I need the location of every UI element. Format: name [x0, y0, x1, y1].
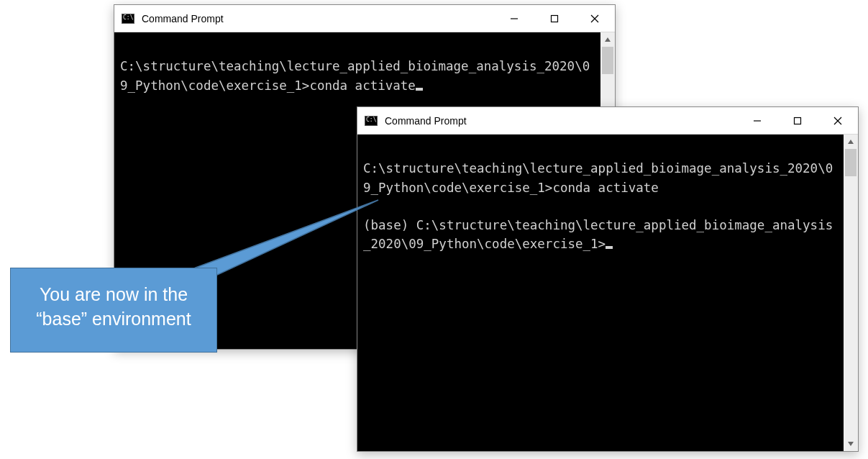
callout-text: You are now in the “base” environment	[36, 284, 191, 329]
annotation-callout: You are now in the “base” environment	[10, 268, 217, 353]
cursor	[416, 88, 423, 91]
scroll-up-button[interactable]	[600, 32, 615, 47]
cmd-icon	[122, 14, 134, 24]
svg-rect-7	[795, 117, 801, 124]
window-title: Command Prompt	[385, 115, 467, 127]
titlebar[interactable]: Command Prompt	[357, 107, 858, 135]
cursor	[606, 246, 613, 249]
command-prompt-window-2: Command Prompt C:\structure\teaching\lec…	[357, 106, 859, 452]
prompt-line: C:\structure\teaching\lecture_applied_bi…	[120, 59, 590, 92]
titlebar[interactable]: Command Prompt	[114, 5, 615, 32]
scroll-down-button[interactable]	[844, 437, 858, 451]
scroll-track[interactable]	[844, 149, 858, 437]
minimize-button[interactable]	[494, 5, 534, 32]
terminal-output[interactable]: C:\structure\teaching\lecture_applied_bi…	[357, 135, 844, 451]
callout-pointer	[186, 196, 401, 282]
minimize-button[interactable]	[737, 107, 777, 135]
scroll-thumb[interactable]	[845, 149, 856, 176]
close-button[interactable]	[818, 107, 858, 135]
svg-marker-4	[605, 37, 611, 42]
scrollbar[interactable]	[844, 135, 858, 451]
maximize-button[interactable]	[777, 107, 818, 135]
svg-marker-12	[196, 200, 378, 276]
svg-marker-11	[848, 442, 854, 446]
scroll-thumb[interactable]	[602, 47, 613, 74]
maximize-button[interactable]	[534, 5, 575, 32]
prompt-line-2: (base) C:\structure\teaching\lecture_app…	[363, 218, 833, 251]
close-button[interactable]	[575, 5, 615, 32]
svg-rect-1	[552, 15, 558, 22]
svg-marker-10	[848, 140, 854, 144]
cmd-icon	[365, 116, 378, 126]
scroll-up-button[interactable]	[844, 135, 858, 149]
prompt-line-1: C:\structure\teaching\lecture_applied_bi…	[363, 161, 833, 194]
window-title: Command Prompt	[142, 13, 224, 24]
terminal-area: C:\structure\teaching\lecture_applied_bi…	[357, 135, 858, 451]
